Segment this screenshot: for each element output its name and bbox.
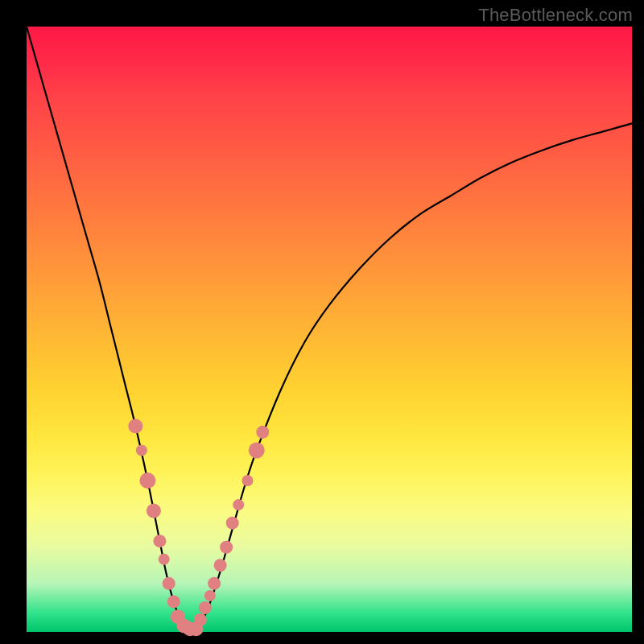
- marker-point: [242, 475, 253, 486]
- marker-point: [136, 444, 147, 456]
- attribution-text: TheBottleneck.com: [478, 5, 633, 26]
- marker-point: [163, 577, 175, 590]
- marker-point: [220, 541, 233, 554]
- marker-point: [139, 473, 155, 489]
- marker-point: [128, 419, 142, 433]
- marker-point: [249, 442, 265, 458]
- marker-point: [153, 535, 166, 547]
- marker-point: [204, 590, 216, 601]
- marker-point: [159, 554, 170, 565]
- marker-point: [226, 517, 239, 530]
- marker-point: [167, 595, 180, 608]
- highlight-markers: [128, 419, 269, 636]
- marker-point: [208, 577, 221, 590]
- marker-point: [194, 613, 207, 626]
- bottleneck-chart: [27, 27, 632, 632]
- marker-point: [256, 426, 269, 439]
- marker-point: [233, 499, 244, 510]
- bottleneck-curve: [27, 27, 632, 634]
- marker-point: [147, 504, 161, 518]
- marker-point: [214, 559, 227, 572]
- marker-point: [199, 601, 212, 614]
